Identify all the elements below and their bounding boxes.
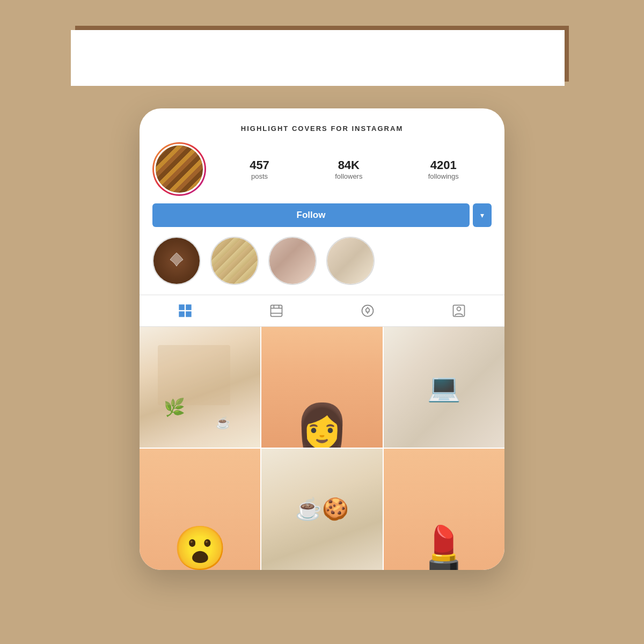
highlight-1[interactable] xyxy=(152,237,201,285)
tab-grid[interactable] xyxy=(177,303,193,319)
svg-rect-0 xyxy=(179,304,185,310)
follow-row: Follow ▾ xyxy=(140,203,504,227)
highlight-2-inner xyxy=(211,238,258,284)
grid-photo-4[interactable]: 😮 xyxy=(140,449,260,569)
grid-photo-5[interactable]: ☕🍪 xyxy=(261,449,382,569)
follow-button[interactable]: Follow xyxy=(152,203,470,227)
posts-count: 457 xyxy=(250,158,269,172)
posts-label: posts xyxy=(250,172,269,180)
highlight-2[interactable] xyxy=(210,237,259,285)
followers-count: 84K xyxy=(335,158,362,172)
ig-subtitle: HIGHLIGHT COVERS FOR INSTAGRAM xyxy=(140,125,504,133)
avatar-pattern xyxy=(156,145,203,193)
highlight-1-inner xyxy=(153,238,200,284)
highlight-3-inner xyxy=(269,238,316,284)
followers-label: followers xyxy=(335,172,362,180)
stat-followings: 4201 followings xyxy=(428,158,459,180)
grid-photo-1[interactable]: 🌿 ☕ xyxy=(140,327,260,448)
stat-followers: 84K followers xyxy=(335,158,362,180)
grid-photo-2[interactable]: 👩 xyxy=(261,327,382,448)
photo-grid: 🌿 ☕ 👩 💻 😮 ☕🍪 💄 xyxy=(140,327,504,570)
highlight-3[interactable] xyxy=(268,237,317,285)
grid-photo-6[interactable]: 💄 xyxy=(384,449,504,569)
svg-point-9 xyxy=(362,305,374,317)
tab-profile[interactable] xyxy=(451,303,467,319)
grid-photo-3[interactable]: 💻 xyxy=(384,327,504,448)
tab-reels[interactable] xyxy=(268,303,284,319)
highlight-4[interactable] xyxy=(326,237,375,285)
svg-rect-3 xyxy=(186,311,192,317)
svg-point-13 xyxy=(457,307,461,311)
profile-stats-row: 457 posts 84K followers 4201 followings xyxy=(140,142,504,196)
page-title: STYLE UP YOUR IG PROFILE! xyxy=(97,38,547,70)
avatar xyxy=(152,142,206,196)
highlight-4-inner xyxy=(327,238,374,284)
stat-posts: 457 posts xyxy=(250,158,269,180)
stats-container: 457 posts 84K followers 4201 followings xyxy=(217,158,492,180)
svg-marker-10 xyxy=(366,308,370,312)
svg-rect-4 xyxy=(271,305,282,317)
followings-label: followings xyxy=(428,172,459,180)
highlights-row xyxy=(140,237,504,285)
followings-count: 4201 xyxy=(428,158,459,172)
dropdown-button[interactable]: ▾ xyxy=(473,203,492,227)
svg-rect-1 xyxy=(186,304,192,310)
tab-tagged[interactable] xyxy=(360,303,376,319)
avatar-inner xyxy=(154,144,204,194)
phone-mockup: HIGHLIGHT COVERS FOR INSTAGRAM 457 posts… xyxy=(140,108,504,570)
svg-rect-2 xyxy=(179,311,185,317)
dropdown-arrow-icon: ▾ xyxy=(480,211,484,219)
header-banner: STYLE UP YOUR IG PROFILE! xyxy=(75,26,569,82)
tab-bar xyxy=(140,295,504,327)
